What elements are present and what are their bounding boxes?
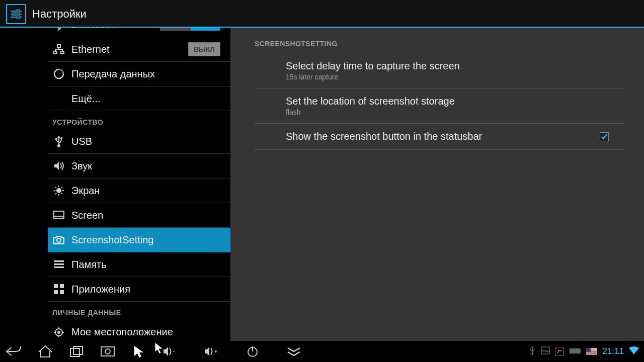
setting-subtitle: 15s later capture bbox=[286, 73, 618, 81]
svg-rect-35 bbox=[541, 347, 549, 354]
setting-row-storage[interactable]: Set the location of screenshot storage f… bbox=[255, 88, 624, 124]
svg-text:-: - bbox=[173, 347, 175, 355]
recent-apps-button[interactable] bbox=[67, 342, 86, 360]
bluetooth-icon bbox=[52, 28, 65, 31]
svg-rect-20 bbox=[54, 284, 58, 288]
status-picture-icon bbox=[541, 346, 550, 356]
sidebar-item-display[interactable]: Экран bbox=[48, 178, 230, 203]
power-button[interactable] bbox=[244, 342, 262, 360]
sidebar-item-apps[interactable]: Приложения bbox=[48, 277, 230, 302]
sidebar-item-ethernet[interactable]: Ethernet ВЫКЛ bbox=[48, 37, 230, 62]
ethernet-icon bbox=[52, 43, 65, 56]
sidebar-item-label: Screen bbox=[71, 210, 230, 221]
status-language-icon bbox=[586, 348, 597, 355]
svg-rect-11 bbox=[55, 138, 57, 140]
sidebar-item-bluetooth[interactable]: Bluetooth ВКЛ bbox=[48, 28, 230, 37]
svg-rect-17 bbox=[54, 260, 64, 262]
svg-rect-18 bbox=[54, 263, 64, 265]
svg-rect-5 bbox=[17, 16, 20, 19]
svg-rect-4 bbox=[13, 13, 16, 16]
status-battery-icon bbox=[569, 347, 581, 356]
svg-rect-26 bbox=[70, 348, 79, 356]
svg-rect-28 bbox=[101, 347, 114, 356]
sidebar-item-label: ScreenshotSetting bbox=[71, 234, 230, 246]
sidebar-item-label: Передача данных bbox=[71, 68, 230, 80]
sidebar-item-data-usage[interactable]: Передача данных bbox=[48, 62, 230, 86]
sidebar-item-screen[interactable]: Screen bbox=[48, 203, 230, 228]
svg-rect-8 bbox=[61, 51, 64, 54]
cursor-icon bbox=[130, 342, 148, 360]
page-title: Настройки bbox=[32, 8, 87, 21]
svg-point-29 bbox=[105, 349, 110, 354]
screenshot-button[interactable] bbox=[99, 342, 117, 360]
svg-rect-22 bbox=[54, 290, 58, 294]
setting-title: Select delay time to capture the screen bbox=[286, 60, 618, 72]
sidebar-item-more[interactable]: Ещё... bbox=[48, 86, 230, 111]
screen-icon bbox=[52, 209, 65, 222]
svg-point-16 bbox=[57, 238, 61, 242]
sidebar-item-label: Мое местоположение bbox=[71, 326, 230, 338]
svg-rect-38 bbox=[570, 349, 579, 353]
usb-icon bbox=[52, 135, 65, 148]
svg-text:+: + bbox=[214, 347, 218, 355]
volume-down-button[interactable]: - bbox=[161, 342, 179, 360]
apps-icon bbox=[52, 283, 65, 296]
svg-rect-7 bbox=[54, 51, 57, 54]
back-button[interactable] bbox=[5, 342, 23, 360]
sound-icon bbox=[52, 159, 65, 172]
svg-point-34 bbox=[531, 353, 533, 355]
content-panel: SCREENSHOTSETTING Select delay time to c… bbox=[230, 28, 644, 341]
brightness-icon bbox=[52, 184, 65, 197]
svg-rect-27 bbox=[73, 346, 83, 354]
section-header-device: УСТРОЙСТВО bbox=[48, 111, 230, 129]
svg-point-10 bbox=[57, 144, 60, 147]
camera-icon bbox=[52, 233, 65, 246]
settings-icon bbox=[6, 4, 26, 24]
show-button-checkbox[interactable] bbox=[600, 132, 609, 141]
sidebar-item-label: Ещё... bbox=[71, 93, 230, 105]
content-section-header: SCREENSHOTSETTING bbox=[255, 37, 624, 53]
status-clock: 21:11 bbox=[602, 346, 624, 356]
titlebar: Настройки bbox=[0, 0, 644, 28]
status-app-icon bbox=[555, 347, 564, 356]
sidebar-item-storage[interactable]: Память bbox=[48, 252, 230, 277]
bluetooth-toggle[interactable]: ВКЛ bbox=[160, 28, 220, 33]
system-navbar: - + 21:11 bbox=[0, 341, 644, 362]
svg-rect-23 bbox=[60, 290, 64, 294]
sidebar-item-screenshot-setting[interactable]: ScreenshotSetting bbox=[48, 228, 230, 252]
location-icon bbox=[52, 326, 65, 339]
sidebar-item-label: Экран bbox=[71, 185, 230, 197]
ethernet-toggle[interactable]: ВЫКЛ bbox=[188, 42, 220, 56]
sidebar-item-location[interactable]: Мое местоположение bbox=[48, 320, 230, 341]
svg-rect-14 bbox=[54, 211, 64, 218]
data-usage-icon bbox=[52, 67, 65, 80]
sidebar-item-usb[interactable]: USB bbox=[48, 129, 230, 154]
svg-rect-19 bbox=[54, 266, 64, 268]
storage-icon bbox=[52, 258, 65, 271]
setting-title: Set the location of screenshot storage bbox=[286, 96, 618, 107]
sidebar-item-label: USB bbox=[71, 136, 230, 147]
sidebar-item-label: Память bbox=[71, 259, 230, 270]
sidebar-item-sound[interactable]: Звук bbox=[48, 154, 230, 178]
setting-row-delay[interactable]: Select delay time to capture the screen … bbox=[255, 53, 624, 88]
sidebar-item-label: Приложения bbox=[71, 284, 230, 295]
svg-rect-3 bbox=[17, 10, 20, 13]
status-usb-icon bbox=[529, 345, 536, 357]
svg-point-13 bbox=[57, 189, 61, 193]
setting-row-show-button[interactable]: Show the screenshot button in the status… bbox=[255, 124, 624, 150]
svg-rect-21 bbox=[60, 284, 64, 288]
home-button[interactable] bbox=[36, 342, 54, 360]
svg-rect-6 bbox=[57, 45, 60, 47]
main: Bluetooth ВКЛ Ethernet ВЫКЛ Передача дан bbox=[0, 28, 644, 341]
sidebar: Bluetooth ВКЛ Ethernet ВЫКЛ Передача дан bbox=[0, 28, 230, 341]
svg-rect-37 bbox=[580, 349, 581, 352]
status-wifi-icon bbox=[629, 346, 639, 356]
section-header-personal: ЛИЧНЫЕ ДАННЫЕ bbox=[48, 302, 230, 320]
volume-up-button[interactable]: + bbox=[202, 342, 220, 360]
setting-title: Show the screenshot button in the status… bbox=[286, 131, 600, 142]
expand-button[interactable] bbox=[285, 342, 303, 360]
sidebar-item-label: Ethernet bbox=[71, 44, 188, 55]
svg-point-12 bbox=[60, 137, 62, 139]
setting-subtitle: flash bbox=[286, 108, 618, 116]
svg-point-25 bbox=[58, 331, 60, 333]
